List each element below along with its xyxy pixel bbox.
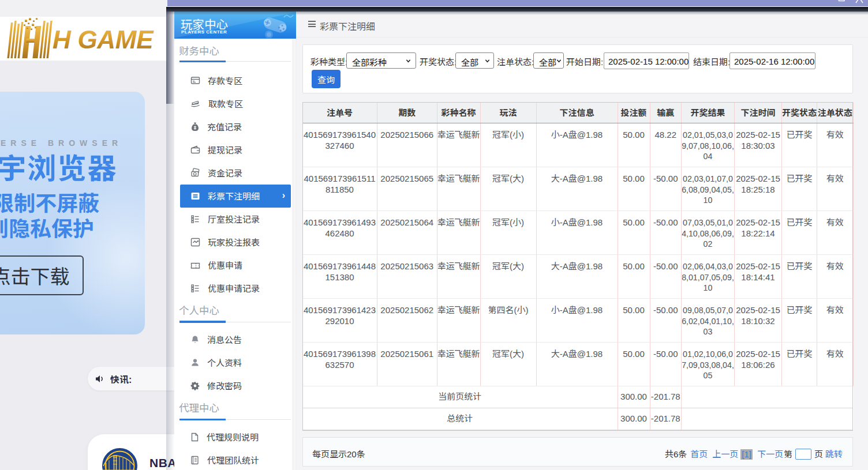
svg-text:H GAME: H GAME	[53, 25, 154, 54]
